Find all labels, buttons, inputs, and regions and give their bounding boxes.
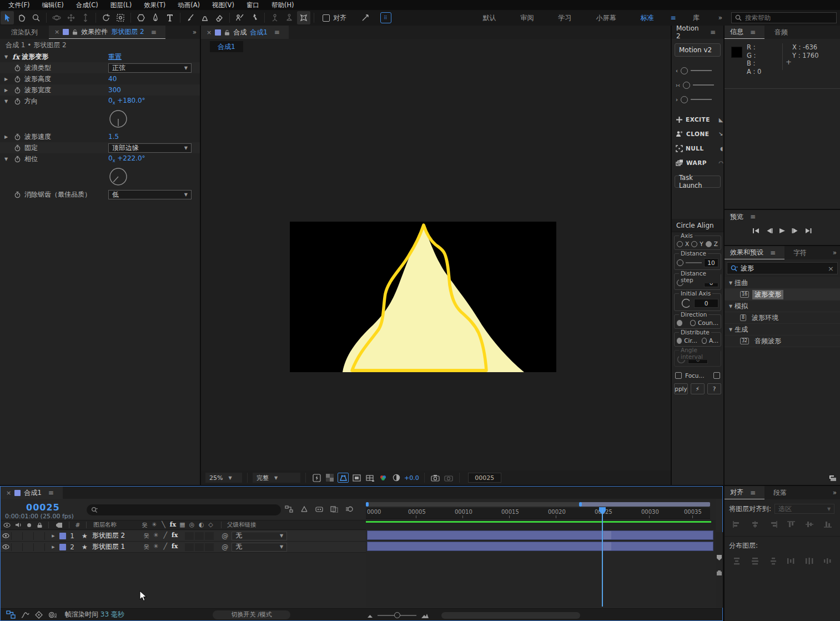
layer-row-1[interactable]: ▶ 1 ★ 形状图层 2 웃✳╱fx @ 无▼ [1,530,366,542]
puppet-starch-tool[interactable] [268,11,281,24]
menu-layer[interactable]: 图层(L) [104,1,138,9]
transparency-grid-icon[interactable] [324,473,335,483]
puppet-pin-tool[interactable] [248,11,261,24]
eraser-tool[interactable] [213,11,226,24]
align-bottom-button[interactable] [819,518,836,530]
frame-blending-icon[interactable] [330,505,338,513]
timeline-zoom-slider[interactable] [378,615,416,616]
distance-slider[interactable] [677,259,683,266]
show-snapshot-icon[interactable] [443,473,454,483]
visibility-toggle[interactable] [1,543,12,551]
comp-button-icon[interactable] [716,570,722,576]
solo-toggle[interactable] [23,532,34,540]
hide-shy-layers-icon[interactable] [315,505,323,513]
audio-toggle[interactable] [12,543,23,551]
pickwhip-icon[interactable]: @ [222,532,228,540]
twirl-icon[interactable]: ▼ [727,304,735,309]
panel-menu-icon[interactable]: ≡ [747,28,759,36]
menu-effect[interactable]: 效果(T) [138,1,172,9]
antialiasing-dropdown[interactable]: 低▼ [108,190,192,199]
shape-tool[interactable] [134,11,148,24]
audio-toggle[interactable] [12,532,23,540]
distribute-angle-radio[interactable] [702,338,707,344]
timeline-search-box[interactable] [87,504,281,515]
help-search-input[interactable] [745,14,823,22]
null-button[interactable]: NULL◖ [672,141,723,156]
warp-button[interactable]: WARP◠ [672,156,723,170]
focus-checkbox[interactable] [675,372,682,379]
region-of-interest-icon[interactable] [351,473,362,483]
zoom-out-mountain-icon[interactable] [367,613,373,618]
distance-field[interactable]: 10 [704,258,718,267]
distribute-left-button[interactable] [783,555,799,567]
twirl-icon[interactable]: ▼ [727,327,735,332]
layer-name-column[interactable]: 图层名称 [93,521,117,529]
workspace-review[interactable]: 审阅 [509,13,546,23]
workspace-learn[interactable]: 学习 [546,13,584,23]
lock-toggle[interactable] [34,543,45,551]
channel-icon[interactable] [378,473,389,483]
first-frame-button[interactable] [752,228,760,234]
layer-switches[interactable]: 웃✳╱fx [142,543,179,551]
toggle-switches-modes-button[interactable]: 切换开关 /模式 [213,610,290,619]
comp-marker-icon[interactable] [716,554,722,561]
panel-overflow-icon[interactable]: » [828,249,840,257]
layer-expander-icon[interactable]: ▶ [49,534,57,538]
grid-guides-icon[interactable] [364,473,375,483]
tab-composition[interactable]: × 合成 合成1 ≡ [201,26,289,39]
exposure-value[interactable]: +0.0 [404,474,419,482]
effects-group-row[interactable]: ▼ 扭曲 [725,277,840,289]
align-center-v-button[interactable] [802,518,818,530]
distribute-center-h-button[interactable] [802,555,818,567]
workspace-standard[interactable]: 标准 [628,13,666,23]
expander-icon[interactable]: ▶ [0,77,12,82]
wave-speed-value[interactable]: 1.5 [108,133,119,141]
phase-value[interactable]: 0x +222.0° [108,154,145,163]
transform-box-icon[interactable] [35,611,43,619]
initial-axis-field[interactable]: 0 [694,299,718,308]
panel-overflow-icon[interactable]: » [188,28,200,36]
last-frame-button[interactable] [804,228,812,234]
graph-editor-icon[interactable] [21,611,29,619]
help-button[interactable]: ? [707,383,721,394]
tab-audio[interactable]: 音频 [764,26,798,39]
wave-height-value[interactable]: 40 [108,75,117,83]
stopwatch-icon[interactable] [12,76,22,83]
reset-link[interactable]: 重置 [108,52,122,62]
snapping-checkbox[interactable] [323,14,330,22]
stopwatch-icon[interactable] [12,144,22,152]
initial-axis-dial[interactable] [681,298,690,308]
layer-row-2[interactable]: ▶ 2 ★ 形状图层 1 웃✳╱fx @ 无▼ [1,542,366,553]
effects-item-row[interactable]: 32 音频波形 [725,335,840,347]
exposure-icon[interactable] [391,473,402,483]
zoom-tool[interactable] [29,11,43,24]
pan-camera-tool[interactable] [64,11,78,24]
mask-path-visibility-icon[interactable] [338,473,349,483]
motion-v2-header[interactable]: Motion v2 [675,43,721,57]
composition-mini-flowchart-icon[interactable] [285,505,293,513]
composition-canvas[interactable] [290,222,556,372]
stopwatch-icon[interactable] [12,156,22,163]
timeline-search-input[interactable] [100,506,255,514]
unlock-icon[interactable] [224,29,230,36]
align-center-h-button[interactable] [747,518,763,530]
clear-search-icon[interactable]: × [828,264,834,273]
tab-render-queue[interactable]: 渲染队列 [0,26,49,39]
rotation-tool[interactable] [99,11,113,24]
align-right-button[interactable] [765,518,781,530]
panel-menu-icon[interactable]: ≡ [707,28,719,36]
puppet-overlap-tool[interactable] [283,11,296,24]
playhead-line[interactable] [602,508,603,607]
effects-item-row[interactable]: 8 波形环境 [725,312,840,324]
close-icon[interactable]: × [207,29,212,36]
tab-paragraph[interactable]: 段落 [764,486,796,499]
effects-group-row[interactable]: ▼ 模拟 [725,301,840,312]
draft-3d-icon[interactable] [300,505,308,513]
close-icon[interactable]: × [6,489,11,497]
fast-preview-icon[interactable] [311,473,322,483]
new-panel-corner-icon[interactable] [829,475,837,482]
camera-region-tool[interactable] [114,11,127,24]
panel-menu-icon[interactable]: ≡ [45,489,57,497]
parent-link-column[interactable]: 父级和链接 [227,521,256,529]
layer-switch-cells[interactable] [185,543,214,551]
